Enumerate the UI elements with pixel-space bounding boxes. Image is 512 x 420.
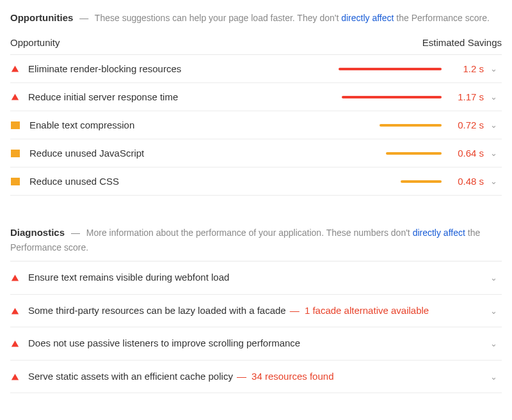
- col-opportunity: Opportunity: [10, 37, 60, 48]
- opportunities-header: Opportunities — These suggestions can he…: [10, 8, 502, 32]
- triangle-icon: [10, 274, 19, 283]
- opportunity-label: Reduce initial server response time: [28, 91, 288, 102]
- savings-value: 1.2 s: [448, 63, 484, 74]
- triangle-icon: [10, 339, 19, 348]
- savings-bar: [294, 124, 442, 127]
- opportunities-description: These suggestions can help your page loa…: [95, 13, 490, 23]
- square-icon: [11, 178, 20, 185]
- diagnostic-label: Does not use passive listeners to improv…: [28, 336, 484, 351]
- triangle-icon: [10, 306, 19, 315]
- triangle-icon: [10, 93, 19, 102]
- triangle-icon: [10, 65, 19, 74]
- separator-dash: —: [79, 13, 88, 23]
- triangle-icon: [10, 372, 19, 381]
- square-icon: [11, 150, 20, 157]
- diagnostic-label: Serve static assets with an efficient ca…: [28, 369, 484, 384]
- svg-marker-3: [11, 307, 18, 314]
- chevron-down-icon[interactable]: ⌄: [490, 339, 502, 348]
- savings-bar: [294, 68, 442, 70]
- savings-value: 0.48 s: [448, 176, 484, 187]
- diagnostic-label: Ensure text remains visible during webfo…: [28, 270, 484, 285]
- diagnostic-label: Some third-party resources can be lazy l…: [28, 304, 484, 318]
- opportunity-row[interactable]: Enable text compression0.72 s⌄: [10, 111, 502, 139]
- svg-marker-4: [11, 341, 18, 347]
- diagnostics-list: Ensure text remains visible during webfo…: [10, 261, 502, 393]
- diagnostic-row[interactable]: Some third-party resources can be lazy l…: [10, 295, 502, 328]
- chevron-down-icon[interactable]: ⌄: [490, 372, 502, 382]
- chevron-down-icon[interactable]: ⌄: [490, 148, 502, 158]
- diagnostic-row[interactable]: Serve static assets with an efficient ca…: [10, 361, 502, 394]
- savings-bar: [294, 180, 442, 183]
- diagnostics-title: Diagnostics: [10, 227, 65, 238]
- chevron-down-icon[interactable]: ⌄: [490, 176, 502, 186]
- chevron-down-icon[interactable]: ⌄: [490, 273, 502, 283]
- opportunities-list: Eliminate render-blocking resources1.2 s…: [10, 55, 502, 196]
- chevron-down-icon[interactable]: ⌄: [490, 92, 502, 102]
- separator-dash: —: [71, 228, 80, 238]
- savings-value: 0.64 s: [448, 148, 484, 159]
- svg-marker-2: [11, 275, 18, 281]
- opportunity-row[interactable]: Reduce initial server response time1.17 …: [10, 83, 502, 111]
- square-icon: [11, 121, 20, 129]
- diagnostics-description: More information about the performance o…: [10, 228, 480, 253]
- diagnostics-header: Diagnostics — More information about the…: [10, 222, 502, 261]
- diagnostic-badge: 34 resources found: [249, 371, 334, 382]
- opportunity-label: Eliminate render-blocking resources: [28, 63, 288, 74]
- opportunity-row[interactable]: Eliminate render-blocking resources1.2 s…: [10, 55, 502, 83]
- savings-value: 1.17 s: [448, 91, 484, 102]
- savings-value: 0.72 s: [448, 120, 484, 130]
- svg-marker-5: [11, 373, 18, 380]
- opportunity-label: Reduce unused CSS: [29, 176, 288, 187]
- opportunity-row[interactable]: Reduce unused CSS0.48 s⌄: [10, 167, 502, 196]
- svg-marker-1: [11, 94, 18, 100]
- opportunity-label: Reduce unused JavaScript: [29, 148, 288, 159]
- opportunities-title: Opportunities: [10, 12, 73, 23]
- directly-affect-link[interactable]: directly affect: [413, 228, 465, 238]
- diagnostic-row[interactable]: Ensure text remains visible during webfo…: [10, 261, 502, 295]
- savings-bar: [294, 96, 442, 98]
- directly-affect-link[interactable]: directly affect: [341, 13, 394, 23]
- col-savings: Estimated Savings: [422, 37, 502, 48]
- svg-marker-0: [11, 66, 18, 72]
- diagnostic-row[interactable]: Does not use passive listeners to improv…: [10, 327, 502, 361]
- opportunities-column-headers: Opportunity Estimated Savings: [10, 32, 502, 55]
- chevron-down-icon[interactable]: ⌄: [490, 120, 502, 130]
- chevron-down-icon[interactable]: ⌄: [490, 306, 502, 316]
- opportunity-label: Enable text compression: [29, 120, 288, 130]
- opportunity-row[interactable]: Reduce unused JavaScript0.64 s⌄: [10, 139, 502, 167]
- savings-bar: [294, 152, 442, 155]
- chevron-down-icon[interactable]: ⌄: [490, 64, 502, 74]
- diagnostic-badge: 1 facade alternative available: [302, 305, 429, 316]
